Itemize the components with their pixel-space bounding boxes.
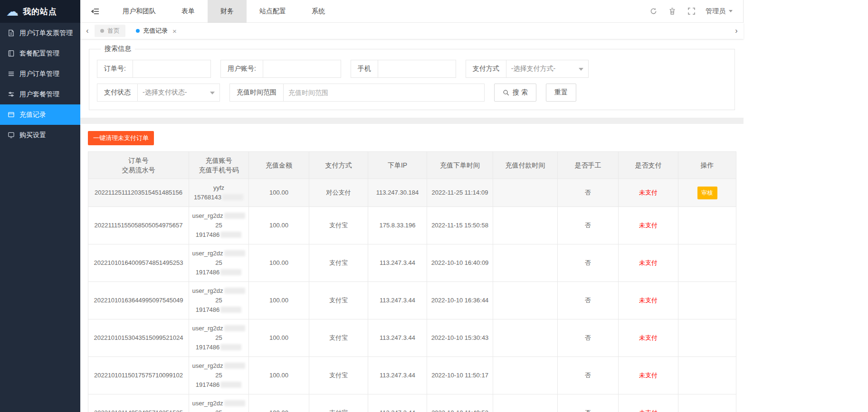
sidebar-item-package-config[interactable]: 套餐配置管理 — [0, 43, 80, 64]
tab-dot-icon — [100, 29, 104, 33]
cell-pay-method: 支付宝 — [309, 282, 368, 319]
table-row: 20221010163644995097545049user_rg2dz2519… — [88, 282, 736, 319]
redacted-text — [220, 382, 241, 388]
order-no-input[interactable] — [133, 60, 210, 77]
topnav-item-site-config[interactable]: 站点配置 — [247, 0, 299, 23]
tab-bar: ‹ 首页 充值记录 × › — [80, 23, 744, 39]
phone-input[interactable] — [378, 60, 456, 77]
cell-action — [678, 244, 736, 282]
tab-dot-icon — [136, 29, 140, 33]
cell-order-no: 20221010163644995097545049 — [88, 282, 189, 319]
unpaid-status: 未支付 — [639, 222, 658, 229]
cell-pay-method: 对公支付 — [309, 179, 368, 207]
cell-action: 审核 — [678, 179, 736, 207]
reset-button-label: 重置 — [554, 88, 568, 97]
cell-paid: 未支付 — [619, 394, 678, 412]
cell-amount: 100.00 — [249, 244, 309, 282]
sidebar-item-recharge-records[interactable]: 充值记录 — [0, 104, 80, 125]
brand-logo[interactable]: ☁ 我的站点 — [0, 0, 80, 23]
search-button-label: 搜 索 — [513, 88, 528, 97]
top-actions: 管理员 — [644, 0, 743, 23]
trash-icon[interactable] — [663, 0, 682, 23]
collapse-sidebar-icon[interactable] — [80, 0, 110, 23]
search-panel: 搜索信息 订单号: 用户账号: 手机 — [80, 39, 744, 118]
cell-order-ip: 113.247.30.184 — [368, 179, 427, 207]
cell-manual: 否 — [558, 282, 619, 319]
redacted-text — [220, 307, 241, 313]
cell-order-no: 20221115155058505054975657 — [88, 207, 189, 244]
recharge-table-body: 20221125111203515451485156yyfz1576814310… — [88, 179, 736, 412]
refresh-icon[interactable] — [644, 0, 663, 23]
cell-order-time: 2022-10-10 16:36:44 — [427, 282, 493, 319]
user-account-field: 用户账号: — [220, 60, 341, 78]
cell-pay-method: 支付宝 — [309, 319, 368, 357]
sidebar-item-label: 用户订单管理 — [19, 70, 59, 78]
topnav-item-system[interactable]: 系统 — [299, 0, 338, 23]
fullscreen-icon[interactable] — [682, 0, 701, 23]
tabs-scroll-left-icon[interactable]: ‹ — [80, 27, 95, 35]
admin-menu[interactable]: 管理员 — [701, 0, 737, 23]
table-row: 20221115155058505054975657user_rg2dz2519… — [88, 207, 736, 244]
cell-paid: 未支付 — [619, 282, 678, 319]
reset-button[interactable]: 重置 — [546, 84, 576, 102]
sidebar-item-user-packages[interactable]: 用户套餐管理 — [0, 84, 80, 104]
sliders-icon — [8, 91, 15, 98]
redacted-text — [224, 400, 245, 406]
tab-home[interactable]: 首页 — [95, 25, 125, 37]
cell-order-no: 20221010114953495710251535 — [88, 394, 189, 412]
search-row-2: 支付状态 -选择支付状态- 充值时间范围 搜 索 — [97, 84, 727, 102]
time-range-input[interactable] — [284, 84, 484, 101]
cell-amount: 100.00 — [249, 179, 309, 207]
topnav-item-forms[interactable]: 表单 — [169, 0, 208, 23]
cell-account: yyfz15768143 — [189, 179, 249, 207]
column-header: 订单号交易流水号 — [88, 152, 189, 179]
tabs-scroll-right-icon[interactable]: › — [729, 27, 744, 35]
cell-paid: 未支付 — [619, 179, 678, 207]
time-range-field: 充值时间范围 — [229, 84, 485, 102]
pay-status-select[interactable]: -选择支付状态- — [138, 84, 219, 101]
cell-paid: 未支付 — [619, 357, 678, 394]
order-no-field: 订单号: — [97, 60, 211, 78]
cell-paid: 未支付 — [619, 319, 678, 357]
chevron-down-icon — [210, 92, 215, 97]
phone-field: 手机 — [351, 60, 456, 78]
topnav-item-finance[interactable]: 财务 — [208, 0, 247, 23]
tab-label: 首页 — [107, 27, 120, 35]
close-icon[interactable]: × — [172, 28, 177, 35]
pay-method-select[interactable]: -选择支付方式- — [506, 60, 588, 77]
tab-recharge-records[interactable]: 充值记录 × — [130, 23, 182, 39]
search-button[interactable]: 搜 索 — [494, 84, 536, 102]
table-row: 20221010114953495710251535user_rg2dz2519… — [88, 394, 736, 412]
chevron-down-icon — [729, 10, 733, 14]
user-account-input[interactable] — [263, 60, 341, 77]
redacted-text — [220, 269, 241, 275]
top-header: ☁ 我的站点 用户和团队 表单 财务 站点配置 系统 — [0, 0, 743, 23]
sidebar-item-purchase-settings[interactable]: 购买设置 — [0, 125, 80, 145]
order-no-label: 订单号: — [97, 60, 133, 77]
main-area: ‹ 首页 充值记录 × › 搜索信息 订单号: — [80, 23, 744, 412]
phone-label: 手机 — [351, 60, 378, 77]
table-row: 20221010153043515099521024user_rg2dz2519… — [88, 319, 736, 357]
cell-manual: 否 — [558, 244, 619, 282]
cell-order-ip: 113.247.3.44 — [368, 244, 427, 282]
cell-manual: 否 — [558, 357, 619, 394]
search-icon — [503, 89, 509, 96]
column-header: 充值下单时间 — [427, 152, 493, 179]
cell-pay-time — [493, 244, 558, 282]
card-icon — [8, 111, 15, 118]
time-range-label: 充值时间范围 — [230, 84, 284, 101]
sidebar: 用户订单发票管理 套餐配置管理 用户订单管理 用户套餐管理 充值记录 购买设置 — [0, 23, 80, 412]
topnav-item-users-teams[interactable]: 用户和团队 — [110, 0, 169, 23]
chevron-down-icon — [579, 68, 583, 73]
cell-pay-time — [493, 282, 558, 319]
cell-account: user_rg2dz251917486 — [189, 319, 249, 357]
sidebar-item-invoice-management[interactable]: 用户订单发票管理 — [0, 23, 80, 43]
cell-order-no: 20221010115017575710099102 — [88, 357, 189, 394]
cell-paid: 未支付 — [619, 244, 678, 282]
audit-button[interactable]: 审核 — [697, 187, 717, 199]
site-name: 我的站点 — [23, 6, 57, 17]
cell-order-time: 2022-10-10 11:49:53 — [427, 394, 493, 412]
column-header: 操作 — [678, 152, 736, 179]
clear-unpaid-button[interactable]: 一键清理未支付订单 — [88, 131, 154, 145]
sidebar-item-user-orders[interactable]: 用户订单管理 — [0, 64, 80, 84]
